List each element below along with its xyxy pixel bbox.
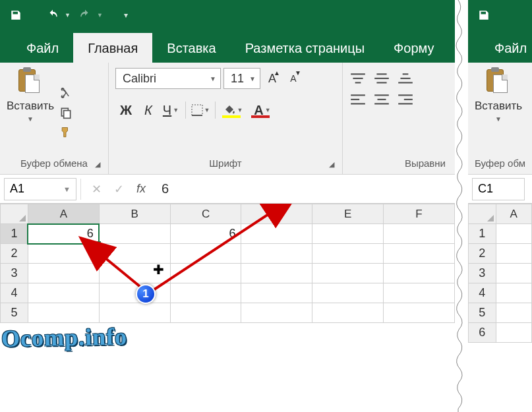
font-color-indicator	[251, 115, 270, 118]
row-header-r5[interactable]: 5	[469, 303, 496, 323]
bold-button[interactable]: Ж	[115, 100, 136, 121]
redo-icon[interactable]	[76, 6, 94, 24]
paste-dropdown-caret-right[interactable]: ▼	[495, 115, 502, 123]
fill-color-indicator	[222, 115, 241, 118]
font-dialog-launcher[interactable]: ◢	[329, 160, 334, 169]
paste-label: Вставить	[7, 100, 54, 113]
save-icon-right[interactable]	[475, 6, 493, 24]
font-color-button[interactable]: А▼	[249, 100, 276, 121]
row-header-r2[interactable]: 2	[469, 244, 496, 264]
paste-dropdown-caret[interactable]: ▼	[27, 115, 34, 123]
worksheet-grid[interactable]: A B C D E F 1 6 6 2 3 4 5	[0, 204, 455, 382]
torn-edge-divider	[455, 0, 468, 412]
quick-access-toolbar-right	[468, 0, 532, 30]
alignment-group-label: Выравни	[349, 155, 448, 171]
row-header-r1[interactable]: 1	[469, 224, 496, 244]
col-header-e[interactable]: E	[312, 204, 384, 224]
cell-d1[interactable]	[241, 224, 312, 244]
tab-insert[interactable]: Вставка	[152, 33, 230, 63]
ribbon-tabs-right: Файл	[468, 30, 532, 63]
row-header-r6[interactable]: 6	[469, 323, 496, 343]
cell-a1[interactable]: 6	[28, 224, 99, 244]
cell-c1[interactable]: 6	[170, 224, 241, 244]
clipboard-dialog-launcher[interactable]: ◢	[95, 160, 100, 169]
cancel-formula-button[interactable]: ✕	[85, 178, 107, 200]
accept-formula-button[interactable]: ✓	[107, 178, 130, 200]
col-header-a-right[interactable]: A	[496, 204, 531, 224]
increase-font-size-button[interactable]: A▲	[263, 68, 281, 89]
copy-icon[interactable]	[58, 105, 74, 120]
redo-dropdown-caret[interactable]: ▼	[97, 12, 103, 18]
row-header-3[interactable]: 3	[1, 264, 28, 283]
decrease-font-size-button[interactable]: A▼	[284, 68, 303, 89]
clipboard-group-label: Буфер обмена◢	[7, 155, 102, 171]
quick-access-toolbar: ▼ ▼ ▾	[0, 0, 455, 30]
undo-icon[interactable]	[44, 6, 62, 24]
excel-window-left: ▼ ▼ ▾ Файл Главная Вставка Разметка стра…	[0, 0, 455, 382]
formula-bar: A1▼ ✕ ✓ fx 6	[0, 175, 455, 204]
name-box-right[interactable]: C1	[472, 178, 525, 200]
clipboard-icon-right	[484, 68, 510, 94]
font-size-combo[interactable]: 11▼	[223, 68, 260, 89]
col-header-d[interactable]: D	[241, 204, 312, 224]
paste-label-right: Вставить	[475, 100, 522, 113]
group-alignment: Выравни	[343, 63, 455, 174]
align-right-button[interactable]	[397, 93, 414, 107]
align-top-button[interactable]	[349, 72, 367, 86]
row-header-4[interactable]: 4	[1, 283, 28, 303]
align-center-button[interactable]	[373, 93, 390, 107]
group-clipboard: Вставить ▼ Буфер обмена◢	[0, 63, 109, 174]
col-header-b[interactable]: B	[99, 204, 170, 224]
col-header-a[interactable]: A	[28, 204, 99, 224]
row-header-r3[interactable]: 3	[469, 264, 496, 283]
font-name-combo[interactable]: Calibri▼	[115, 68, 221, 89]
undo-dropdown-caret[interactable]: ▼	[65, 12, 71, 18]
formula-bar-right: C1	[468, 175, 532, 204]
row-header-2[interactable]: 2	[1, 244, 28, 264]
group-font: Calibri▼ 11▼ A▲ A▼ Ж К Ч▼ ▼ ▼ А▼ Шрифт◢	[109, 63, 343, 174]
col-header-c[interactable]: C	[170, 204, 241, 224]
cut-icon[interactable]	[58, 86, 74, 100]
align-middle-button[interactable]	[373, 72, 390, 86]
font-group-label: Шрифт◢	[115, 155, 336, 171]
tab-formulas[interactable]: Форму	[379, 33, 448, 63]
tab-file[interactable]: Файл	[12, 33, 73, 63]
annotation-marker-1: 1	[136, 284, 156, 304]
clipboard-icon	[16, 68, 42, 94]
align-left-button[interactable]	[349, 93, 367, 107]
row-header-1[interactable]: 1	[1, 224, 28, 244]
paste-button-right[interactable]: Вставить ▼	[475, 68, 522, 155]
svg-rect-2	[192, 105, 202, 115]
tab-home[interactable]: Главная	[73, 33, 152, 63]
qat-customize-caret[interactable]: ▾	[124, 11, 128, 20]
tab-file-right[interactable]: Файл	[480, 33, 532, 63]
cell-f1[interactable]	[384, 224, 455, 244]
fill-color-button[interactable]: ▼	[220, 100, 247, 121]
align-bottom-button[interactable]	[397, 72, 414, 86]
cell-e1[interactable]	[312, 224, 384, 244]
select-all-corner-right[interactable]	[469, 204, 496, 224]
underline-button[interactable]: Ч▼	[160, 100, 181, 121]
col-header-f[interactable]: F	[384, 204, 455, 224]
italic-button[interactable]: К	[138, 100, 159, 121]
borders-button[interactable]: ▼	[190, 100, 211, 121]
svg-rect-1	[64, 111, 71, 119]
name-box[interactable]: A1▼	[4, 178, 76, 200]
ribbon: Вставить ▼ Буфер обмена◢ Calibri▼ 11▼ A▲…	[0, 63, 455, 175]
paste-button[interactable]: Вставить ▼	[7, 68, 54, 155]
ribbon-right: Вставить ▼ Буфер обм	[468, 63, 532, 175]
row-header-5[interactable]: 5	[1, 303, 28, 323]
row-header-r4[interactable]: 4	[469, 283, 496, 303]
format-painter-icon[interactable]	[58, 125, 74, 140]
excel-window-right: Файл Вставить ▼ Буфер обм C1 A 1 2 3 4	[468, 0, 532, 343]
worksheet-grid-right[interactable]: A 1 2 3 4 5 6	[468, 204, 532, 343]
cell-b1[interactable]	[99, 224, 170, 244]
cell-a2[interactable]	[28, 244, 99, 264]
formula-input[interactable]: 6	[152, 181, 455, 196]
save-icon[interactable]	[7, 6, 25, 24]
tab-page-layout[interactable]: Разметка страницы	[231, 33, 379, 63]
select-all-corner[interactable]	[1, 204, 28, 224]
clipboard-group-label-right: Буфер обм	[475, 155, 525, 171]
ribbon-tabs: Файл Главная Вставка Разметка страницы Ф…	[0, 30, 455, 63]
fx-button[interactable]: fx	[130, 178, 152, 200]
